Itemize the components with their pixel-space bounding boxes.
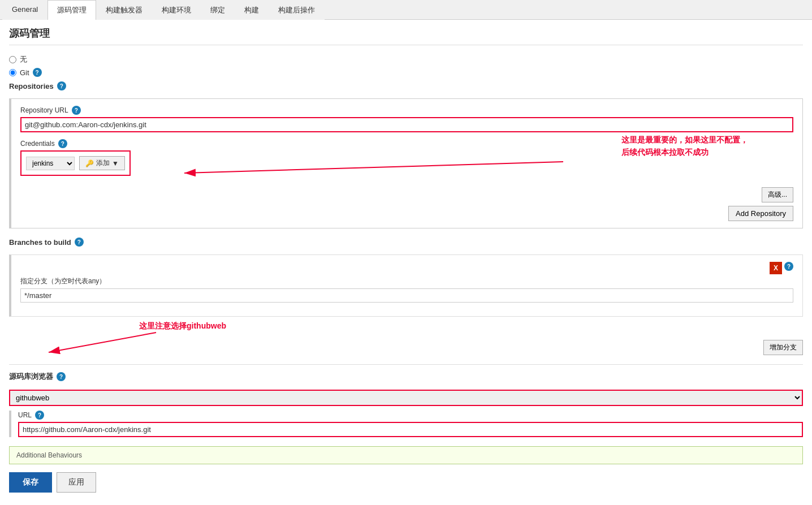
browser-label: 源码库浏览器 ? [9, 372, 66, 382]
git-help-icon[interactable]: ? [33, 68, 42, 77]
scm-git-option[interactable]: Git ? [9, 68, 803, 77]
repositories-section: Repositories ? Repository URL ? Credenti… [9, 81, 803, 228]
branch-specifier-input[interactable] [20, 288, 793, 303]
add-repository-btn[interactable]: Add Repository [728, 206, 793, 221]
apply-btn[interactable]: 应用 [57, 472, 96, 493]
repositories-label: Repositories ? [9, 81, 66, 90]
credentials-select[interactable]: jenkins [26, 157, 75, 170]
scm-none-label: 无 [20, 54, 27, 64]
svg-line-3 [49, 333, 156, 352]
browser-section: 源码库浏览器 ? githubweb URL ? [9, 364, 803, 437]
tab-post-build[interactable]: 构建后操作 [269, 0, 325, 20]
tab-build-triggers[interactable]: 构建触发器 [96, 0, 152, 20]
save-btn[interactable]: 保存 [9, 472, 52, 493]
browser-url-help-icon[interactable]: ? [35, 411, 44, 420]
githubweb-annotation-text: 这里注意选择githubweb [139, 321, 226, 331]
tab-binding[interactable]: 绑定 [201, 0, 235, 20]
tab-build-env[interactable]: 构建环境 [152, 0, 201, 20]
scm-none-option[interactable]: 无 [9, 54, 803, 64]
add-branch-btn[interactable]: 增加分支 [763, 340, 803, 355]
branch-specifier-field: 指定分支（为空时代表any） [20, 277, 793, 303]
browser-help-icon[interactable]: ? [57, 372, 66, 381]
githubweb-annotation-container: 这里注意选择githubweb 增加分支 [9, 321, 803, 355]
additional-behaviours-section: Additional Behaviours [9, 446, 803, 464]
branches-help-icon[interactable]: ? [75, 238, 84, 247]
repo-url-field: Repository URL ? [20, 106, 793, 132]
browser-select[interactable]: githubweb [9, 390, 803, 406]
advanced-btn[interactable]: 高级... [762, 187, 793, 202]
credentials-box: jenkins 🔑 添加 ▼ [20, 150, 131, 176]
tabs-bar: General 源码管理 构建触发器 构建环境 绑定 构建 构建后操作 [0, 0, 812, 20]
bottom-bar: 保存 应用 [9, 467, 803, 498]
branch-entry-help-icon[interactable]: ? [784, 262, 793, 271]
repo-url-label: Repository URL ? [20, 106, 793, 115]
main-content: 源码管理 无 Git ? Repositories ? Repository U… [0, 20, 812, 505]
scm-none-radio[interactable] [9, 56, 16, 63]
repositories-help-icon[interactable]: ? [57, 81, 66, 90]
page-title: 源码管理 [9, 27, 803, 45]
add-branch-row: 增加分支 [763, 340, 803, 355]
credentials-field: Credentials ? jenkins 🔑 添加 ▼ [20, 139, 793, 180]
delete-branch-btn[interactable]: X [770, 262, 782, 274]
branches-label: Branches to build ? [9, 238, 84, 247]
branches-entry: X ? 指定分支（为空时代表any） [9, 254, 803, 317]
browser-url-input[interactable] [18, 422, 803, 437]
dropdown-arrow-icon: ▼ [112, 159, 119, 167]
credentials-add-btn[interactable]: 🔑 添加 ▼ [79, 156, 125, 170]
scm-git-label: Git [20, 68, 29, 77]
browser-url-label: URL ? [18, 411, 803, 420]
repo-buttons-row: 高级... [20, 187, 793, 206]
add-repo-row: Add Repository [20, 206, 793, 221]
tab-build[interactable]: 构建 [235, 0, 269, 20]
browser-url-section: URL ? [9, 411, 803, 437]
branch-specifier-label: 指定分支（为空时代表any） [20, 277, 793, 286]
tab-general[interactable]: General [2, 0, 47, 20]
key-icon: 🔑 [85, 159, 94, 167]
credentials-help-icon[interactable]: ? [58, 139, 67, 148]
scm-git-radio[interactable] [9, 69, 16, 76]
repo-url-input[interactable] [20, 117, 793, 132]
repo-url-help-icon[interactable]: ? [72, 106, 81, 115]
svg-line-1 [184, 162, 563, 173]
repository-entry: Repository URL ? Credentials ? jenkins 🔑 [9, 98, 803, 228]
tab-source-management[interactable]: 源码管理 [47, 0, 96, 20]
credentials-annotation-text: 这里是最重要的，如果这里不配置， 后续代码根本拉取不成功 [621, 133, 748, 159]
scm-options: 无 Git ? [9, 54, 803, 77]
branches-section: Branches to build ? X ? 指定分支（为空时代表any） [9, 238, 803, 355]
